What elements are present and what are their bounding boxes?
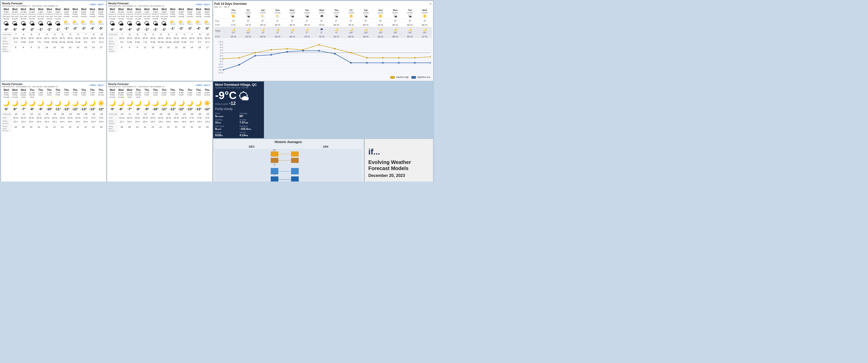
row-value: 20 %: [20, 36, 28, 40]
row-value: 0 %: [97, 116, 105, 120]
condition-text: Partly cloudy: [215, 107, 262, 111]
row-value: 20 %: [97, 36, 105, 40]
row-value: 10 %: [35, 116, 43, 120]
day-dot: [223, 58, 224, 60]
ceiling-value: 9100m: [215, 134, 238, 137]
next-btn-2[interactable]: NEXT ›: [204, 3, 211, 6]
row-value: 20: [97, 125, 105, 132]
bh-next[interactable]: NEXT ›: [98, 84, 105, 87]
hour-col: Wed 4 pm Partly cloudy ⛅ -1°: [62, 8, 71, 32]
night-swatch: [411, 76, 416, 79]
night-dot: [414, 62, 416, 64]
overview-14day: Full 14 Days Overview Dec 21 - Jan 3 ✕ T…: [213, 1, 433, 81]
if-subtitle: Evolving Weather Forecast Models: [368, 159, 429, 171]
brh-next[interactable]: NEXT ›: [204, 84, 211, 87]
hour-col: Wed 4 pm Partly cloudy ⛅ -1°: [168, 8, 177, 32]
row-value: 20 %: [74, 36, 82, 40]
night-temp-cell: 🌙-10°: [388, 27, 403, 34]
blh-columns: Wed 9 pm Partly cloudy 🌙 -5° Wed 10 pm P…: [2, 88, 105, 111]
row-value: 14 n: [141, 120, 149, 125]
hour-col: Thu 5 am Clear 🌙 -12°: [71, 88, 80, 111]
row-value: 9 nw: [74, 40, 82, 45]
y-label: -15°C: [215, 66, 223, 68]
row-value: 20 %: [90, 36, 97, 40]
row-value: 21: [141, 125, 149, 132]
row-value: 9 n: [90, 40, 97, 45]
hourly-nav-2: ‹ PREV NEXT ›: [195, 3, 211, 6]
row-value: 20 %: [188, 36, 196, 40]
pop-day-label: POP: [214, 23, 226, 27]
row-value: -7: [188, 33, 196, 36]
row-value: 3 sw: [126, 40, 134, 45]
day-dot: [350, 52, 352, 54]
row-value: 15: [172, 46, 180, 53]
row-value: -7: [82, 33, 90, 36]
row-value: 21: [58, 125, 66, 132]
hour-col: Wed 2 pm A mix of sun and clouds 🌤 -1°: [151, 8, 160, 32]
pop-label: POP: [2, 36, 12, 40]
hourly-date-range-2: WEDNESDAY, DECEMBER 20 - SATURDAY, DECEM…: [108, 5, 164, 7]
y-label: -9°C: [215, 60, 223, 63]
row-value: 10 nw: [66, 40, 74, 45]
hourly-title-2: Hourly Forecast: [108, 2, 164, 5]
brh-prev[interactable]: ‹ PREV: [195, 84, 203, 87]
row-value: 12 n: [118, 120, 126, 125]
row-value: 20 %: [149, 36, 157, 40]
sunset-label: Sunset: [240, 131, 262, 134]
row-value: 7 w: [35, 40, 43, 45]
hour-col: Wed 8 pm Partly cloudy ⛅ -5°: [203, 8, 211, 32]
row-value: -14: [35, 112, 43, 116]
row-value: 10 %: [74, 116, 82, 120]
row-value: 17: [204, 46, 211, 53]
row-value: 14 n: [157, 120, 165, 125]
row-value: -7: [12, 33, 20, 36]
row-value: -6: [126, 33, 134, 36]
row-value: 6 sw: [27, 40, 35, 45]
row-value: 21: [90, 125, 97, 132]
close-button[interactable]: ✕: [429, 2, 432, 6]
row-value: 0 %: [188, 116, 196, 120]
hour-col: Thu 7 am Clear 🌙 -13°: [194, 88, 203, 111]
row-value: 20 %: [27, 36, 35, 40]
bh-title: Hourly Forecast: [2, 83, 58, 86]
row-value: 9 nw: [149, 40, 157, 45]
day-temp-row: Day -6°-5°0°3°4°3°8°4°0°-5°-5°-5°-5°-4°: [214, 19, 432, 23]
row-value: 14 n: [180, 120, 188, 125]
bh-prev[interactable]: ‹ PREV: [89, 84, 96, 87]
prev-btn-2[interactable]: ‹ PREV: [195, 3, 203, 6]
y-label: -3°C: [215, 55, 223, 57]
row-value: 20 %: [157, 36, 165, 40]
hour-col: Thu 8 am Sunny ☀️ -12°: [97, 88, 105, 111]
wind-value: 5E km/h: [215, 115, 238, 118]
hour-col: Thu 3 am Clear 🌙 -11°: [160, 88, 168, 111]
day-header-cell: Fri 12/29 ☀️: [344, 9, 359, 18]
if-date: December 20, 2023: [368, 173, 429, 178]
night-temp-cell: 🌙-17°: [226, 27, 241, 34]
hour-col: Thu 6 am Clear 🌙 -13°: [80, 88, 88, 111]
row-value: 13 n: [97, 120, 105, 125]
row-value: 10 %: [51, 116, 59, 120]
row-value: 14 n: [133, 120, 141, 125]
hour-col: Wed 1 pm A mix of sun and clouds 🌤 -1°: [36, 8, 45, 32]
row-value: 10 %: [66, 116, 74, 120]
row-value: 3 s: [118, 40, 126, 45]
row-value: -4: [43, 33, 51, 36]
night-temp-cell: 🌙-3°: [255, 27, 270, 34]
row-value: 10 nw: [51, 40, 59, 45]
day-dot: [286, 48, 288, 50]
next-btn[interactable]: NEXT ›: [98, 3, 105, 6]
row-value: -6: [20, 33, 28, 36]
hour-col: Wed 12 pm A mix of sun and clouds 🌤 -2°: [134, 8, 143, 32]
night-temp-cell: 🌙-10°: [373, 27, 388, 34]
night-temp-cell: 🌙2°: [300, 27, 314, 34]
sunrise-label: Sunrise: [240, 119, 262, 121]
row-value: 14: [82, 46, 90, 53]
night-temp-cell: 🌙-10°: [344, 27, 359, 34]
hour-col: Wed 3 pm A mix of sun and clouds 🌤 -1°: [160, 8, 168, 32]
hour-col: Wed 2 pm A mix of sun and clouds 🌤 -1°: [45, 8, 54, 32]
bottom-right-hourly: Hourly Forecast WEDNESDAY, DECEMBER 20 -…: [107, 82, 213, 181]
row-value: -10: [12, 112, 20, 116]
prev-btn[interactable]: ‹ PREV: [89, 3, 96, 6]
if-panel: if... Evolving Weather Forecast Models D…: [365, 139, 433, 181]
row-value: 21: [180, 125, 188, 132]
